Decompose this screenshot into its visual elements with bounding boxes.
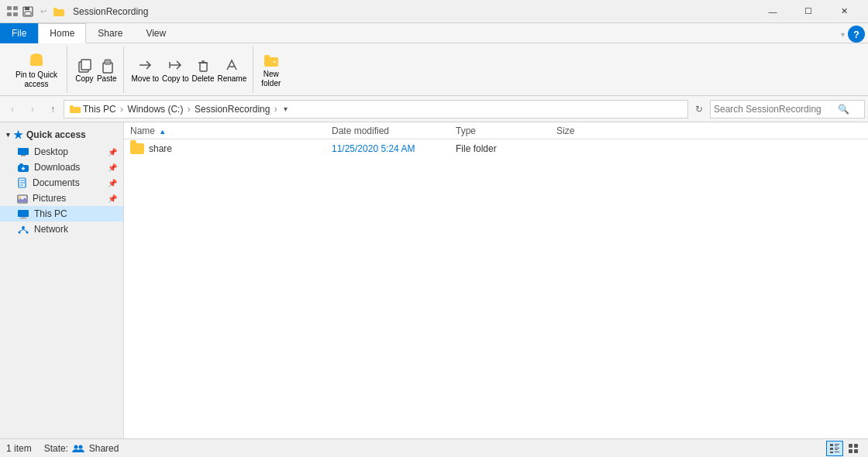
svg-rect-31 <box>835 449 838 450</box>
col-type-header[interactable]: Type <box>456 125 556 136</box>
col-name-header[interactable]: Name ▲ <box>130 125 332 136</box>
file-date-cell: 11/25/2020 5:24 AM <box>332 143 456 154</box>
sidebar-item-downloads[interactable]: Downloads 📌 <box>0 160 123 175</box>
svg-rect-14 <box>21 155 26 156</box>
svg-rect-0 <box>7 6 12 10</box>
refresh-button[interactable]: ↻ <box>690 100 708 119</box>
quick-access-label[interactable]: ▾ ★ Quick access <box>0 125 123 144</box>
svg-rect-32 <box>830 452 833 453</box>
bc-windows[interactable]: Windows (C:) <box>127 104 183 115</box>
ribbon: File Home Share View ▾ ? Pin to Quickacc… <box>0 23 868 96</box>
move-to-button[interactable]: Move to <box>132 56 160 83</box>
paste-button[interactable]: Paste <box>97 56 117 83</box>
content-area: Name ▲ Date modified Type Size share 11/… <box>124 122 868 438</box>
details-view-button[interactable] <box>826 441 843 456</box>
this-pc-icon <box>17 209 29 219</box>
title-undo-icon[interactable]: ↩ <box>37 5 50 18</box>
svg-rect-18 <box>18 210 29 217</box>
svg-rect-11 <box>105 60 111 64</box>
bc-thispc[interactable]: This PC <box>83 104 116 115</box>
svg-point-24 <box>74 445 78 449</box>
window-title: SessionRecording <box>70 6 750 17</box>
svg-rect-1 <box>13 6 18 10</box>
sidebar: ▾ ★ Quick access Desktop 📌 Downloads 📌 D… <box>0 122 124 438</box>
svg-rect-30 <box>835 448 839 448</box>
svg-rect-36 <box>849 449 852 453</box>
table-row[interactable]: share 11/25/2020 5:24 AM File folder <box>124 139 868 158</box>
help-button[interactable]: ? <box>848 26 865 43</box>
sidebar-item-pictures[interactable]: Pictures 📌 <box>0 191 123 206</box>
copy-to-button[interactable]: Copy to <box>162 56 188 83</box>
rename-button[interactable]: Rename <box>217 56 246 83</box>
pin-icon: 📌 <box>108 194 117 203</box>
minimize-button[interactable]: — <box>755 0 790 23</box>
forward-button[interactable]: › <box>23 100 42 119</box>
svg-rect-27 <box>835 444 839 445</box>
ribbon-content: Pin to Quickaccess Copy Paste Move to Co… <box>0 43 868 95</box>
search-input[interactable] <box>714 104 838 115</box>
svg-rect-34 <box>849 444 852 448</box>
breadcrumb-bar[interactable]: This PC › Windows (C:) › SessionRecordin… <box>64 100 688 119</box>
title-bar: ↩ SessionRecording — ☐ ✕ <box>0 0 868 23</box>
svg-point-25 <box>79 445 83 449</box>
svg-rect-29 <box>830 448 833 450</box>
file-type-cell: File folder <box>456 143 556 154</box>
tab-file[interactable]: File <box>0 23 38 43</box>
search-bar[interactable]: 🔍 <box>710 100 865 119</box>
network-icon <box>17 225 29 235</box>
column-headers: Name ▲ Date modified Type Size <box>124 122 868 139</box>
sidebar-item-this-pc[interactable]: This PC <box>0 206 123 222</box>
address-bar: ‹ › ↑ This PC › Windows (C:) › SessionRe… <box>0 96 868 122</box>
tab-home[interactable]: Home <box>38 23 86 43</box>
tab-view[interactable]: View <box>134 23 177 43</box>
svg-rect-2 <box>7 12 12 16</box>
col-size-header[interactable]: Size <box>556 125 618 136</box>
item-count: 1 item <box>6 443 32 454</box>
pin-to-quick-access-button[interactable]: Pin to Quickaccess <box>9 49 64 91</box>
search-icon[interactable]: 🔍 <box>838 104 849 115</box>
pin-icon: 📌 <box>108 179 117 187</box>
svg-rect-35 <box>854 444 858 448</box>
ribbon-tabs: File Home Share View ▾ ? <box>0 23 868 43</box>
sidebar-item-network[interactable]: Network <box>0 222 123 237</box>
tab-share[interactable]: Share <box>86 23 134 43</box>
title-folder-icon <box>53 5 65 18</box>
copy-button[interactable]: Copy <box>75 56 94 83</box>
breadcrumb: This PC › Windows (C:) › SessionRecordin… <box>83 104 279 115</box>
svg-rect-28 <box>835 445 838 446</box>
col-date-header[interactable]: Date modified <box>332 125 456 136</box>
svg-rect-7 <box>30 58 43 66</box>
svg-rect-33 <box>835 452 839 452</box>
sidebar-item-documents[interactable]: Documents 📌 <box>0 175 123 191</box>
main-area: ▾ ★ Quick access Desktop 📌 Downloads 📌 D… <box>0 122 868 438</box>
title-quick-access-icon <box>6 5 19 18</box>
maximize-button[interactable]: ☐ <box>790 0 826 23</box>
bc-sessionrecording[interactable]: SessionRecording <box>195 104 270 115</box>
downloads-icon <box>17 163 29 173</box>
breadcrumb-expand-arrow[interactable]: ▾ <box>284 105 288 113</box>
large-icons-view-button[interactable] <box>845 441 862 456</box>
svg-point-17 <box>19 196 21 198</box>
title-save-icon[interactable] <box>22 5 34 18</box>
close-button[interactable]: ✕ <box>826 0 862 23</box>
delete-button[interactable]: Delete <box>192 56 215 83</box>
svg-rect-37 <box>854 449 858 453</box>
svg-rect-6 <box>25 12 31 15</box>
up-button[interactable]: ↑ <box>43 100 62 119</box>
file-name-cell: share <box>130 143 332 154</box>
new-folder-button[interactable]: Newfolder <box>261 51 281 88</box>
svg-rect-3 <box>13 12 18 16</box>
pin-icon: 📌 <box>108 148 117 156</box>
desktop-icon <box>17 147 29 157</box>
sidebar-item-desktop[interactable]: Desktop 📌 <box>0 144 123 160</box>
svg-rect-13 <box>18 148 29 155</box>
title-bar-icons: ↩ <box>6 5 65 18</box>
svg-rect-19 <box>21 217 26 218</box>
documents-icon <box>17 177 28 188</box>
status-bar: 1 item State: Shared <box>0 438 868 457</box>
pictures-icon <box>17 194 28 204</box>
back-button[interactable]: ‹ <box>3 100 22 119</box>
shared-users-icon <box>72 444 84 453</box>
svg-rect-12 <box>200 63 207 71</box>
quick-access-star-icon: ★ <box>13 129 23 141</box>
